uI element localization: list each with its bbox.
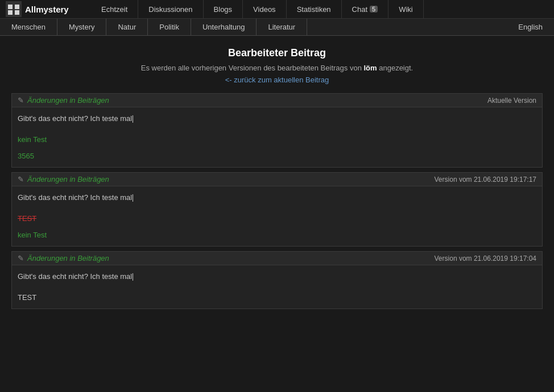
version-date-1: Aktuelle Version xyxy=(487,97,536,105)
version-header-3: ✎ Änderungen in Beiträgen Version vom 21… xyxy=(12,252,542,265)
version-line-2: Gibt's das echt nicht? Ich teste mal xyxy=(18,193,536,202)
top-nav-items: Echtzeit Diskussionen Blogs Videos Stati… xyxy=(91,0,554,18)
logo-icon xyxy=(6,1,22,17)
nav-item-statistiken[interactable]: Statistiken xyxy=(287,0,342,18)
nav-item-english[interactable]: English xyxy=(507,19,554,35)
nav-item-menschen[interactable]: Menschen xyxy=(0,19,57,35)
version-body-1: Gibt's das echt nicht? Ich teste mal kei… xyxy=(12,107,542,167)
svg-rect-1 xyxy=(8,5,13,9)
version-header-left-2: ✎ Änderungen in Beiträgen xyxy=(18,175,109,184)
nav-item-videos[interactable]: Videos xyxy=(243,0,287,18)
page-title: Bearbeiteter Beitrag xyxy=(11,47,543,59)
back-link-container: <- zurück zum aktuellen Beitrag xyxy=(11,76,543,84)
version-header-2: ✎ Änderungen in Beiträgen Version vom 21… xyxy=(12,173,542,186)
empty-line-1b xyxy=(18,144,536,149)
cursor-3 xyxy=(133,273,133,281)
author-name: löm xyxy=(363,64,377,72)
version-body-2: Gibt's das echt nicht? Ich teste mal TES… xyxy=(12,186,542,246)
nav-item-politik[interactable]: Politik xyxy=(148,19,191,35)
empty-line-1 xyxy=(18,127,536,133)
nav-item-echtzeit[interactable]: Echtzeit xyxy=(91,0,138,18)
version-header-left-3: ✎ Änderungen in Beiträgen xyxy=(18,254,109,262)
version-date-3: Version vom 21.06.2019 19:17:04 xyxy=(435,255,536,262)
version-block-1: ✎ Änderungen in Beiträgen Aktuelle Versi… xyxy=(11,93,543,168)
version-header-left-1: ✎ Änderungen in Beiträgen xyxy=(18,96,109,105)
edit-icon-2: ✎ xyxy=(18,175,24,184)
version-title-1: Änderungen in Beiträgen xyxy=(27,96,109,105)
svg-rect-4 xyxy=(15,10,19,15)
main-content: Bearbeiteter Beitrag Es werden alle vorh… xyxy=(0,36,554,319)
version-number-1: 3565 xyxy=(18,152,536,160)
logo-text: Allmystery xyxy=(25,5,69,14)
version-added-text-1: kein Test xyxy=(18,135,536,144)
version-date-2: Version vom 21.06.2019 19:17:17 xyxy=(435,176,536,184)
page-subtitle: Es werden alle vorherigen Versionen des … xyxy=(11,64,543,72)
nav-item-chat[interactable]: Chat 5 xyxy=(342,0,389,18)
logo-area[interactable]: Allmystery xyxy=(0,1,91,17)
edit-icon-3: ✎ xyxy=(18,254,24,262)
version-header-1: ✎ Änderungen in Beiträgen Aktuelle Versi… xyxy=(12,94,542,107)
nav-item-mystery[interactable]: Mystery xyxy=(57,19,107,35)
svg-rect-3 xyxy=(8,10,13,15)
version-block-3: ✎ Änderungen in Beiträgen Version vom 21… xyxy=(11,251,543,309)
svg-rect-2 xyxy=(15,5,19,9)
version-line-1: Gibt's das echt nicht? Ich teste mal xyxy=(18,114,536,123)
empty-line-3 xyxy=(18,285,536,291)
cursor-1 xyxy=(133,115,133,123)
top-navigation: Allmystery Echtzeit Diskussionen Blogs V… xyxy=(0,0,554,19)
version-body-3: Gibt's das echt nicht? Ich teste mal TES… xyxy=(12,265,542,308)
second-navigation: Menschen Mystery Natur Politik Unterhalt… xyxy=(0,19,554,36)
nav-item-blogs[interactable]: Blogs xyxy=(204,0,243,18)
version-title-2: Änderungen in Beiträgen xyxy=(27,175,109,184)
version-block-2: ✎ Änderungen in Beiträgen Version vom 21… xyxy=(11,172,543,247)
nav-item-natur[interactable]: Natur xyxy=(106,19,148,35)
nav-item-literatur[interactable]: Literatur xyxy=(257,19,307,35)
chat-badge: 5 xyxy=(370,6,378,12)
empty-line-2b xyxy=(18,223,536,228)
empty-line-2 xyxy=(18,206,536,212)
cursor-2 xyxy=(133,194,133,202)
back-link[interactable]: <- zurück zum aktuellen Beitrag xyxy=(225,76,329,84)
version-unchanged-3: TEST xyxy=(18,293,536,302)
version-removed-2: TEST xyxy=(18,214,536,223)
nav-item-diskussionen[interactable]: Diskussionen xyxy=(138,0,203,18)
nav-item-wiki[interactable]: Wiki xyxy=(388,0,424,18)
edit-icon-1: ✎ xyxy=(18,96,24,105)
version-added-2: kein Test xyxy=(18,231,536,239)
version-title-3: Änderungen in Beiträgen xyxy=(27,254,109,262)
nav-item-unterhaltung[interactable]: Unterhaltung xyxy=(191,19,257,35)
version-line-3: Gibt's das echt nicht? Ich teste mal xyxy=(18,272,536,281)
